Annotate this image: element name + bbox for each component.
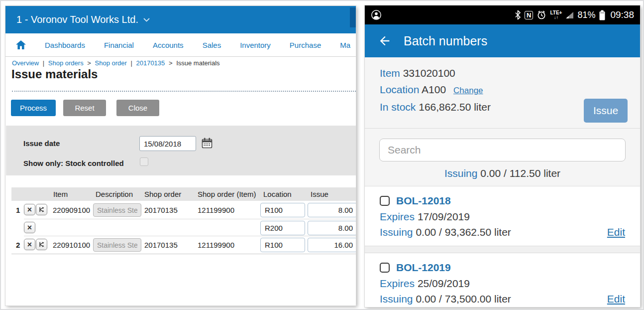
expires-label: Expires [380,278,415,289]
batch-checkbox[interactable] [380,263,390,273]
delete-row-icon[interactable]: × [24,239,35,250]
page-title: Issue materials [11,67,98,81]
issuing-label: Issuing [380,226,413,238]
grid-row: 1 × 220909100 20170135 121199900 [5,201,356,219]
issue-input[interactable] [308,238,356,252]
breadcrumb-order-number[interactable]: 20170135 [136,59,165,67]
breadcrumb-current: Issue materials [176,59,219,67]
column-header-description: Description [96,187,133,201]
grid-subrow: × [5,219,356,237]
row-number: 1 [16,201,20,219]
split-row-icon[interactable] [36,239,47,250]
shop-order-item-cell: 121199900 [198,201,234,219]
column-header-issue: Issue [311,187,328,201]
in-stock-label: In stock [380,101,416,113]
search-input[interactable] [379,139,626,161]
batch-expires-line: Expires 25/09/2019 [380,276,625,291]
split-row-icon[interactable] [36,204,47,215]
company-selector[interactable]: 1 - Voronov Tool Works Ltd. [16,6,150,33]
nav-item-manufacturing[interactable]: Ma [340,41,350,49]
issuing-summary: Issuing 0.00 / 112.50 liter [365,167,640,179]
delete-row-icon[interactable]: × [24,204,35,215]
nav-item-financial[interactable]: Financial [104,41,134,49]
back-arrow-icon[interactable] [378,34,392,48]
column-header-location: Location [263,187,292,201]
calendar-icon[interactable] [201,137,213,149]
mobile-app: N LTE+↓↑ 81% 09:38 Batch numbers [365,5,640,307]
batch-issuing-line: Issuing 0.00 / 93,362.50 liter Edit [380,224,625,240]
breadcrumb-shop-orders[interactable]: Shop orders [48,59,84,67]
profile-icon [371,9,382,20]
breadcrumb-separator: | [130,59,132,67]
search-section: Issuing 0.00 / 112.50 liter [365,129,640,186]
battery-percent: 81% [577,10,595,20]
breadcrumb-separator: > [169,59,173,67]
status-bar: N LTE+↓↑ 81% 09:38 [365,5,640,24]
item-line: Item 331020100 [380,65,640,81]
breadcrumb: Overview | Shop orders > Shop order | 20… [12,59,220,67]
erp-window: 1 - Voronov Tool Works Ltd. Dashboards F… [5,6,356,306]
nav-item-dashboards[interactable]: Dashboards [45,41,85,49]
in-stock-value: 166,862.50 liter [419,101,491,113]
erp-titlebar: 1 - Voronov Tool Works Ltd. [5,6,356,33]
nav-item-inventory[interactable]: Inventory [240,41,271,49]
location-input[interactable] [260,203,305,217]
nav-item-accounts[interactable]: Accounts [153,41,184,49]
stock-controlled-checkbox[interactable] [140,157,148,166]
change-link[interactable]: Change [453,86,483,95]
nav-item-purchase[interactable]: Purchase [290,41,321,49]
filter-panel: Issue date Show only: Stock controlled [6,126,356,175]
expires-value: 17/09/2019 [418,211,470,222]
grid-row: 2 × 220910100 20170135 121199900 [5,236,356,254]
batch-list: BOL-12018 Expires 17/09/2019 Issuing 0.0… [365,186,640,307]
issuing-label: Issuing [444,167,478,179]
titlebar-corner-tile[interactable] [350,7,356,27]
bluetooth-icon [515,10,521,20]
batch-checkbox[interactable] [380,196,390,206]
grid-bottom-divider [11,254,356,254]
batch-title-row: BOL-12018 [380,193,625,209]
edit-link[interactable]: Edit [607,224,625,240]
column-header-item: Item [53,187,68,201]
batch-expires-line: Expires 17/09/2019 [380,209,625,224]
company-name: 1 - Voronov Tool Works Ltd. [16,14,138,25]
location-label: Location [380,84,419,95]
expires-label: Expires [380,211,415,222]
location-line: Location A100 Change [380,81,640,99]
batch-issuing-line: Issuing 0.00 / 73,500.00 liter Edit [380,291,625,307]
batch-name[interactable]: BOL-12018 [396,195,451,207]
nav-item-sales[interactable]: Sales [203,41,221,49]
batch-card: BOL-12019 Expires 25/09/2019 Issuing 0.0… [365,253,640,307]
shop-order-item-cell: 121199900 [198,236,234,254]
location-input[interactable] [260,221,305,235]
signal-icon [565,11,574,19]
home-icon[interactable] [16,40,26,49]
item-summary: Item 331020100 Location A100 Change In s… [365,57,640,129]
location-input[interactable] [260,238,305,252]
batch-name[interactable]: BOL-12019 [396,262,451,274]
app-header: Batch numbers [365,24,640,57]
issuing-value: 0.00 / 93,362.50 liter [416,226,511,238]
description-input [93,238,141,252]
issue-input[interactable] [308,203,356,217]
issue-input[interactable] [308,221,356,235]
issue-date-label: Issue date [23,139,60,148]
issuing-value: 0.00 / 112.50 liter [480,167,560,179]
item-label: Item [380,67,400,79]
close-button[interactable]: Close [116,100,159,116]
grid-header: Item Description Shop order Shop order (… [11,187,356,201]
delete-row-icon[interactable]: × [24,222,35,233]
location-value: A100 [422,84,446,95]
issuing-label: Issuing [380,293,413,305]
process-button[interactable]: Process [11,100,56,116]
issue-date-input[interactable] [139,136,196,151]
breadcrumb-separator: > [87,59,91,67]
issue-button[interactable]: Issue [584,99,628,123]
row-number: 2 [16,236,20,254]
edit-link[interactable]: Edit [607,291,625,307]
batch-list-gap [365,246,640,253]
reset-button[interactable]: Reset [63,100,106,116]
breadcrumb-shop-order[interactable]: Shop order [95,59,127,67]
app-title: Batch numbers [404,34,487,48]
breadcrumb-overview[interactable]: Overview [12,59,39,67]
